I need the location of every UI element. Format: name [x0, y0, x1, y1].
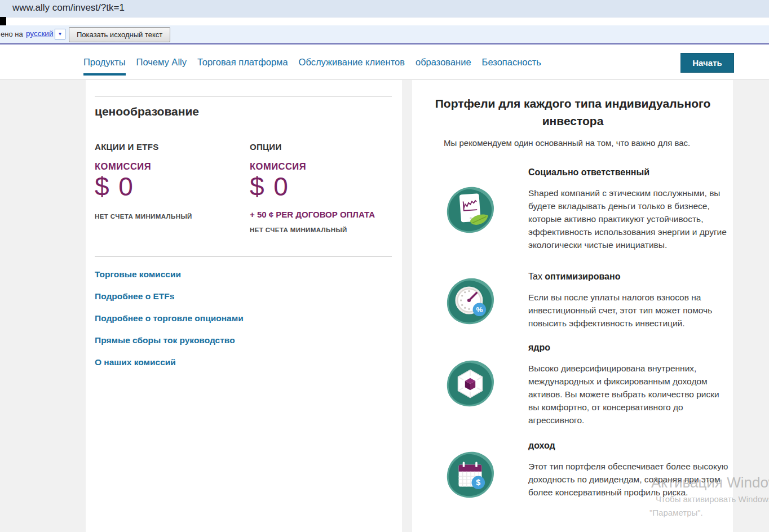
browser-address-bar[interactable]: www.ally com/invest/?tk=1: [0, 0, 769, 17]
pricing-panel: ценообразование АКЦИИ И ETFS КОМИССИЯ $ …: [86, 80, 402, 532]
options-price: $ 0: [250, 172, 289, 201]
portfolio-item-body: Если вы после уплаты налогов взносов на …: [528, 291, 732, 330]
dollar-badge: $: [476, 478, 480, 487]
nav-item-label: Продукты: [83, 57, 126, 67]
divider: [95, 96, 392, 96]
language-dropdown[interactable]: ▼: [55, 29, 65, 39]
page: www.ally com/invest/?tk=1 ено на русский…: [0, 0, 769, 532]
gauge-percent-icon: %: [445, 276, 496, 327]
stocks-note: НЕТ СЧЕТА МИНИМАЛЬНЫЙ: [95, 213, 192, 220]
translated-to-label: ено на: [1, 30, 23, 38]
portfolio-item-body: Высоко диверсифицирована внутренних, меж…: [528, 362, 732, 427]
options-title: ОПЦИИ: [250, 142, 281, 152]
heading-prefix: Tax: [528, 272, 545, 281]
nav-item-why-ally[interactable]: Почему Ally: [136, 57, 187, 68]
active-tab-underline: [83, 73, 126, 76]
portfolio-item-heading: ядро: [528, 343, 731, 353]
translate-bar: ено на русский ▼ Показать исходный текст: [0, 25, 769, 43]
heading-text: Социально ответственный: [528, 167, 649, 177]
link-more-options-trading[interactable]: Подробнее о торговле опционами: [95, 313, 244, 323]
url-text: www.ally com/invest/?tk=1: [12, 2, 125, 14]
options-contract-fee: + 50 ¢ PER ДОГОВОР ОПЛАТА: [250, 210, 375, 219]
stocks-title: АКЦИИ И ETFS: [95, 142, 159, 152]
nav-item-security[interactable]: Безопасность: [482, 57, 541, 68]
divider: [95, 256, 392, 256]
windows-activation-watermark-line3: "Параметры".: [649, 508, 703, 517]
main-content: ценообразование АКЦИИ И ETFS КОМИССИЯ $ …: [0, 80, 769, 532]
percent-badge: %: [476, 305, 483, 314]
window-edge-notch: [0, 17, 6, 26]
portfolios-panel: Портфели для каждого типа индивидуальног…: [412, 80, 733, 532]
options-commission-label: КОМИССИЯ: [250, 161, 306, 172]
language-link[interactable]: русский: [26, 29, 53, 38]
link-about-commissions[interactable]: О наших комиссий: [95, 357, 176, 367]
chevron-down-icon: ▼: [58, 32, 63, 37]
windows-activation-watermark-line1: Активация Windows: [651, 474, 769, 491]
portfolios-title: Портфели для каждого типа индивидуальног…: [426, 95, 719, 130]
tablet-chart-leaf-icon: [445, 185, 496, 236]
link-more-etfs[interactable]: Подробнее о ETFs: [95, 291, 174, 302]
heading-text: ядро: [528, 343, 550, 352]
heading-text: доход: [528, 441, 555, 450]
cube-hexagon-icon: [445, 358, 496, 409]
show-original-button[interactable]: Показать исходный текст: [69, 27, 170, 42]
site-nav: Продукты Почему Ally Торговая платформа …: [0, 45, 769, 80]
calendar-dollar-icon: $: [445, 450, 496, 500]
link-trading-commissions[interactable]: Торговые комиссии: [95, 269, 181, 280]
portfolio-item-heading: Социально ответственный: [528, 167, 731, 178]
portfolio-item-body: Shaped компаний с этическим послужными, …: [528, 187, 732, 251]
portfolios-title-line1: Портфели для каждого типа индивидуальног…: [426, 95, 719, 112]
nav-item-customer-service[interactable]: Обслуживание клиентов: [299, 57, 405, 68]
get-started-button[interactable]: Начать: [680, 53, 734, 73]
portfolio-item-heading: Tax оптимизировано: [528, 272, 731, 282]
nav-item-trading-platform[interactable]: Торговая платформа: [197, 57, 288, 68]
portfolios-title-line2: инвестора: [426, 112, 719, 130]
windows-activation-watermark-line2: Чтобы активировать Windows,: [656, 494, 769, 504]
portfolios-subtitle: Мы рекомендуем один основанный на том, ч…: [444, 138, 690, 148]
heading-text: оптимизировано: [545, 272, 620, 281]
nav-items: Продукты Почему Ally Торговая платформа …: [83, 45, 541, 79]
nav-item-products[interactable]: Продукты: [83, 57, 126, 68]
portfolio-item-heading: доход: [528, 441, 731, 451]
link-direct-fees-guide[interactable]: Прямые сборы ток руководство: [95, 335, 235, 345]
nav-item-education[interactable]: образование: [416, 57, 471, 68]
options-note: НЕТ СЧЕТА МИНИМАЛЬНЫЙ: [250, 227, 347, 233]
pricing-heading: ценообразование: [95, 105, 199, 118]
stocks-price: $ 0: [95, 172, 134, 201]
stocks-commission-label: КОМИССИЯ: [95, 161, 151, 172]
